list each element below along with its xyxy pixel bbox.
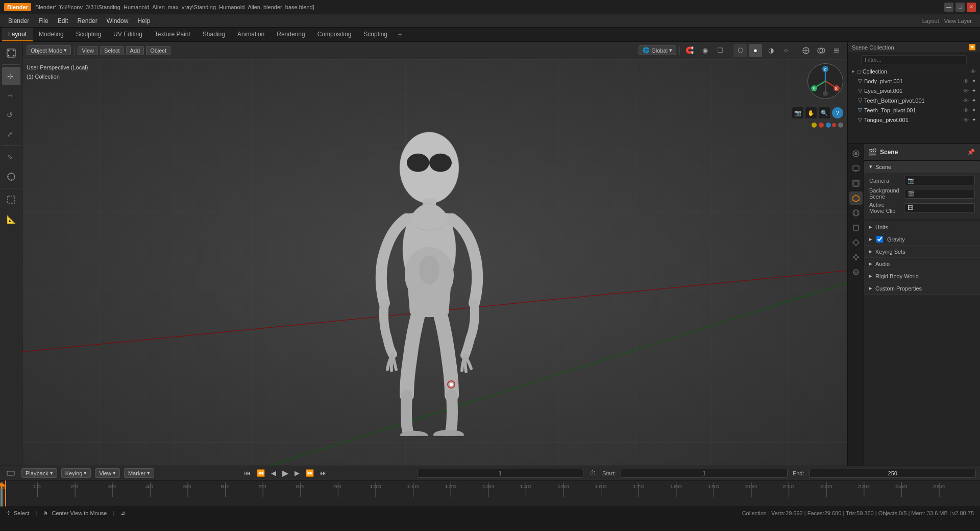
outliner-tongue-vis[interactable]: 👁 (963, 117, 969, 123)
outliner-eyes-vis[interactable]: 👁 (963, 88, 969, 94)
transform-tool-button[interactable]: ⤢ (2, 125, 20, 143)
outliner-teeth-bot-vis[interactable]: 👁 (963, 98, 969, 104)
properties-pin-button[interactable]: 📌 (966, 147, 976, 157)
add-menu-button[interactable]: Add (126, 46, 144, 55)
prop-section-gravity[interactable]: ▸ Gravity (864, 233, 980, 246)
prop-tab-world[interactable] (849, 206, 863, 220)
prop-tab-particles[interactable] (849, 251, 863, 264)
minimize-button[interactable]: — (944, 3, 953, 12)
tab-sculpting[interactable]: Sculpting (70, 28, 107, 41)
prop-gravity-checkbox[interactable] (876, 236, 883, 243)
tab-animation[interactable]: Animation (231, 28, 271, 41)
options-button[interactable] (830, 44, 843, 57)
timeline-view-menu-button[interactable]: View ▾ (95, 468, 120, 478)
tab-modeling[interactable]: Modeling (33, 28, 70, 41)
prop-tab-physics[interactable] (849, 266, 863, 279)
timeline-mode-icon[interactable] (4, 467, 17, 480)
prop-movie-clip-value[interactable]: 🎞 (904, 203, 975, 212)
outliner-filter-icon[interactable]: 🔽 (969, 44, 976, 51)
jump-to-prev-keyframe-button[interactable]: ⏪ (255, 468, 267, 478)
navigation-gizmo[interactable]: Z X Y (807, 63, 843, 99)
prop-section-keying-sets[interactable]: ▸ Keying Sets (864, 246, 980, 258)
prop-tab-output[interactable] (849, 162, 863, 175)
prop-section-audio[interactable]: ▸ Audio (864, 258, 980, 270)
zoom-button[interactable]: 🔍 (819, 107, 830, 118)
prop-camera-value[interactable]: 📷 (904, 176, 975, 185)
viewport-3d[interactable]: User Perspective (Local) (1) Collection (22, 59, 847, 466)
material-shading-button[interactable]: ◑ (764, 44, 777, 57)
outliner-item-tongue[interactable]: ▽ Tongue_pivot.001 👁 ✦ (854, 115, 980, 125)
outliner-item-teeth-bottom[interactable]: ▽ Teeth_Bottom_pivot.001 👁 ✦ (854, 95, 980, 105)
prop-section-scene-header[interactable]: ▾ Scene (864, 161, 980, 173)
box-select-button[interactable] (2, 190, 20, 209)
select-menu-button[interactable]: Select (100, 46, 124, 55)
jump-to-start-button[interactable]: ⏮ (242, 468, 253, 478)
jump-to-next-keyframe-button[interactable]: ⏩ (304, 468, 316, 478)
snap-button[interactable]: 🧲 (683, 44, 696, 57)
next-frame-button[interactable]: ▶ (292, 468, 302, 478)
menu-edit[interactable]: Edit (54, 16, 72, 26)
annotate-tool-button[interactable]: ✎ (2, 148, 20, 166)
menu-help[interactable]: Help (133, 16, 154, 26)
cursor-tool-button[interactable] (2, 167, 20, 186)
outliner-item-body[interactable]: ▽ Body_pivot.001 👁 ✦ (854, 76, 980, 86)
add-workspace-button[interactable]: + (394, 28, 406, 41)
overlay-toggle-button[interactable] (815, 44, 828, 57)
help-button[interactable]: ? (832, 107, 843, 118)
scale-tool-button[interactable]: ↺ (2, 106, 20, 124)
proportional-edit-button[interactable]: ◉ (698, 44, 712, 57)
object-menu-button[interactable]: Object (146, 46, 170, 55)
frame-start-input[interactable]: 1 (621, 469, 787, 478)
wireframe-shading-button[interactable]: ⬡ (733, 44, 747, 57)
playback-menu-button[interactable]: Playback ▾ (21, 468, 57, 478)
prev-frame-button[interactable]: ◀ (269, 468, 278, 478)
jump-to-end-button[interactable]: ⏭ (318, 468, 329, 478)
keying-menu-button[interactable]: Keying ▾ (61, 468, 91, 478)
prop-tab-object[interactable] (849, 221, 863, 234)
outliner-item-teeth-top[interactable]: ▽ Teeth_Top_pivot.001 👁 ✦ (854, 105, 980, 115)
frame-end-input[interactable]: 250 (810, 469, 976, 478)
prop-section-units[interactable]: ▸ Units (864, 221, 980, 233)
tab-texture-paint[interactable]: Texture Paint (149, 28, 197, 41)
3d-cursor[interactable] (447, 380, 455, 389)
tab-shading[interactable]: Shading (197, 28, 231, 41)
prop-section-rigid-body[interactable]: ▸ Rigid Body World (864, 270, 980, 282)
outliner-item-eyes[interactable]: ▽ Eyes_pivot.001 👁 ✦ (854, 86, 980, 95)
outliner-body-vis[interactable]: 👁 (963, 78, 969, 84)
global-space-button[interactable]: 🌐 Global ▾ (639, 45, 676, 55)
xray-button[interactable]: ☐ (714, 44, 727, 57)
menu-file[interactable]: File (34, 16, 52, 26)
tab-uv-editing[interactable]: UV Editing (107, 28, 149, 41)
object-mode-button[interactable]: Object Mode ▾ (27, 45, 71, 55)
menu-window[interactable]: Window (103, 16, 133, 26)
outliner-search[interactable] (861, 55, 967, 64)
tab-scripting[interactable]: Scripting (357, 28, 394, 41)
hand-tool-button[interactable]: ✋ (805, 107, 817, 118)
prop-tab-render[interactable] (849, 147, 863, 160)
outliner-collection-vis[interactable]: 👁 (970, 68, 976, 75)
close-button[interactable]: ✕ (967, 3, 976, 12)
prop-bg-scene-value[interactable]: 🎬 (904, 189, 975, 199)
timeline-ruler[interactable]: 1 10 20 30 40 50 60 70 80 90 1 (0, 480, 980, 506)
view-menu-button[interactable]: View (78, 46, 98, 55)
solid-shading-button[interactable]: ● (749, 44, 762, 57)
render-shading-button[interactable]: ○ (779, 44, 793, 57)
marker-menu-button[interactable]: Marker ▾ (124, 468, 154, 478)
menu-render[interactable]: Render (73, 16, 101, 26)
current-frame-input[interactable]: 1 (417, 469, 583, 478)
measure-tool-button[interactable]: 📐 (2, 210, 20, 228)
outliner-item-collection[interactable]: ▸ □ Collection 👁 (848, 66, 980, 76)
tab-rendering[interactable]: Rendering (271, 28, 311, 41)
menu-blender[interactable]: Blender (4, 16, 33, 26)
prop-section-custom-props[interactable]: ▸ Custom Properties (864, 282, 980, 295)
tab-layout[interactable]: Layout (2, 28, 33, 41)
gizmo-toggle-button[interactable] (799, 44, 813, 57)
prop-tab-modifier[interactable] (849, 236, 863, 249)
tab-compositing[interactable]: Compositing (311, 28, 358, 41)
play-pause-button[interactable]: ▶ (280, 467, 290, 479)
prop-tab-viewlayer[interactable] (849, 177, 863, 190)
rotate-tool-button[interactable]: ↔ (2, 86, 20, 105)
outliner-teeth-top-vis[interactable]: 👁 (963, 107, 969, 113)
camera-view-button[interactable]: 📷 (792, 107, 803, 118)
move-tool-button[interactable]: ⊹ (2, 67, 20, 85)
